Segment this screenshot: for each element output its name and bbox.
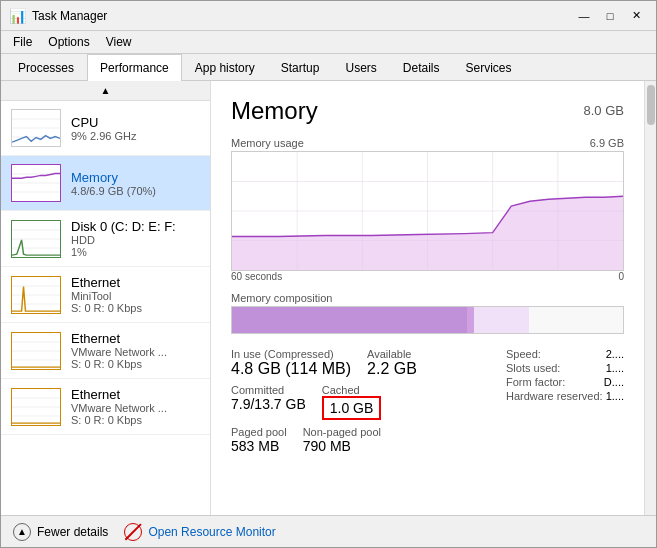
memory-thumb bbox=[11, 164, 61, 202]
disk-thumb bbox=[11, 220, 61, 258]
cached-label: Cached bbox=[322, 384, 382, 396]
sidebar-scroll-up[interactable]: ▲ bbox=[1, 81, 210, 101]
sidebar-item-disk[interactable]: Disk 0 (C: D: E: F: HDD 1% bbox=[1, 211, 210, 267]
ethernet1-thumb bbox=[11, 276, 61, 314]
in-use-col-label: In use (Compressed) bbox=[231, 348, 351, 360]
sidebar-item-memory[interactable]: Memory 4.8/6.9 GB (70%) bbox=[1, 156, 210, 211]
hw-reserved-value: 1.... bbox=[606, 390, 624, 402]
disk-subtitle: HDD bbox=[71, 234, 200, 246]
cached-value: 1.0 GB bbox=[330, 400, 374, 416]
chart-label: Memory usage bbox=[231, 137, 304, 149]
hw-reserved-label: Hardware reserved: bbox=[506, 390, 603, 402]
ethernet1-subtitle2: S: 0 R: 0 Kbps bbox=[71, 302, 200, 314]
non-paged-value: 790 MB bbox=[303, 438, 381, 454]
slots-label: Slots used: bbox=[506, 362, 560, 374]
comp-standby bbox=[474, 307, 529, 333]
speed-label: Speed: bbox=[506, 348, 541, 360]
panel-capacity: 8.0 GB bbox=[584, 103, 624, 118]
slots-row: Slots used: 1.... bbox=[506, 362, 624, 374]
ethernet1-title: Ethernet bbox=[71, 275, 200, 290]
app-icon: 📊 bbox=[9, 8, 26, 24]
title-bar-controls: — □ ✕ bbox=[572, 6, 648, 26]
paged-col: Paged pool 583 MB bbox=[231, 426, 287, 454]
title-bar: 📊 Task Manager — □ ✕ bbox=[1, 1, 656, 31]
sidebar-item-cpu[interactable]: CPU 9% 2.96 GHz bbox=[1, 101, 210, 156]
window-title: Task Manager bbox=[32, 9, 107, 23]
scroll-thumb[interactable] bbox=[647, 85, 655, 125]
disk-title: Disk 0 (C: D: E: F: bbox=[71, 219, 200, 234]
comp-free bbox=[529, 307, 623, 333]
form-label: Form factor: bbox=[506, 376, 565, 388]
menu-options[interactable]: Options bbox=[40, 33, 97, 51]
memory-usage-chart bbox=[231, 151, 624, 271]
chart-label-row: Memory usage 6.9 GB bbox=[231, 137, 624, 149]
slots-value: 1.... bbox=[606, 362, 624, 374]
composition-label: Memory composition bbox=[231, 292, 624, 304]
fewer-details-label: Fewer details bbox=[37, 525, 108, 539]
available-label: Available bbox=[367, 348, 417, 360]
comp-modified bbox=[467, 307, 475, 333]
memory-usage-chart-section: Memory usage 6.9 GB bbox=[231, 137, 624, 282]
open-resource-monitor-button[interactable]: Open Resource Monitor bbox=[124, 523, 275, 541]
ethernet2-info: Ethernet VMware Network ... S: 0 R: 0 Kb… bbox=[71, 331, 200, 370]
task-manager-window: 📊 Task Manager — □ ✕ File Options View P… bbox=[0, 0, 657, 548]
sidebar-item-ethernet2[interactable]: Ethernet VMware Network ... S: 0 R: 0 Kb… bbox=[1, 323, 210, 379]
memory-info: Memory 4.8/6.9 GB (70%) bbox=[71, 170, 200, 197]
menu-bar: File Options View bbox=[1, 31, 656, 54]
speed-row: Speed: 2.... bbox=[506, 348, 624, 360]
resource-monitor-icon bbox=[124, 523, 142, 541]
cpu-info: CPU 9% 2.96 GHz bbox=[71, 115, 200, 142]
paged-value: 583 MB bbox=[231, 438, 287, 454]
in-use-col: In use (Compressed) 4.8 GB (114 MB) bbox=[231, 348, 351, 378]
tab-processes[interactable]: Processes bbox=[5, 54, 87, 81]
ethernet3-subtitle: VMware Network ... bbox=[71, 402, 200, 414]
sidebar-item-ethernet1[interactable]: Ethernet MiniTool S: 0 R: 0 Kbps bbox=[1, 267, 210, 323]
right-panel: Memory 8.0 GB Memory usage 6.9 GB bbox=[211, 81, 644, 515]
fewer-details-button[interactable]: ▲ Fewer details bbox=[13, 523, 108, 541]
committed-col: Committed 7.9/13.7 GB bbox=[231, 384, 306, 420]
paged-nonpaged-row: Paged pool 583 MB Non-paged pool 790 MB bbox=[231, 426, 494, 454]
stats-left: In use (Compressed) 4.8 GB (114 MB) In u… bbox=[231, 348, 494, 454]
disk-info: Disk 0 (C: D: E: F: HDD 1% bbox=[71, 219, 200, 258]
ethernet3-title: Ethernet bbox=[71, 387, 200, 402]
menu-file[interactable]: File bbox=[5, 33, 40, 51]
memory-subtitle: 4.8/6.9 GB (70%) bbox=[71, 185, 200, 197]
cpu-thumb bbox=[11, 109, 61, 147]
tab-details[interactable]: Details bbox=[390, 54, 453, 81]
maximize-button[interactable]: □ bbox=[598, 6, 622, 26]
available-col: Available 2.2 GB bbox=[367, 348, 417, 378]
tab-users[interactable]: Users bbox=[332, 54, 389, 81]
fewer-details-icon: ▲ bbox=[13, 523, 31, 541]
time-end-label: 0 bbox=[618, 271, 624, 282]
minimize-button[interactable]: — bbox=[572, 6, 596, 26]
committed-value: 7.9/13.7 GB bbox=[231, 396, 306, 412]
close-button[interactable]: ✕ bbox=[624, 6, 648, 26]
right-scrollbar[interactable] bbox=[644, 81, 656, 515]
in-use-col-value: 4.8 GB (114 MB) bbox=[231, 360, 351, 378]
tab-services[interactable]: Services bbox=[453, 54, 525, 81]
ethernet2-title: Ethernet bbox=[71, 331, 200, 346]
cached-col: Cached 1.0 GB bbox=[322, 384, 382, 420]
speed-value: 2.... bbox=[606, 348, 624, 360]
main-content: ▲ CPU 9% 2.96 GHz bbox=[1, 81, 656, 515]
cpu-subtitle: 9% 2.96 GHz bbox=[71, 130, 200, 142]
panel-header: Memory 8.0 GB bbox=[231, 97, 624, 125]
hw-reserved-row: Hardware reserved: 1.... bbox=[506, 390, 624, 402]
stats-container: In use (Compressed) 4.8 GB (114 MB) In u… bbox=[231, 348, 624, 454]
non-paged-label: Non-paged pool bbox=[303, 426, 381, 438]
tab-startup[interactable]: Startup bbox=[268, 54, 333, 81]
ethernet3-info: Ethernet VMware Network ... S: 0 R: 0 Kb… bbox=[71, 387, 200, 426]
disk-subtitle2: 1% bbox=[71, 246, 200, 258]
tab-app-history[interactable]: App history bbox=[182, 54, 268, 81]
menu-view[interactable]: View bbox=[98, 33, 140, 51]
open-resource-monitor-link[interactable]: Open Resource Monitor bbox=[148, 525, 275, 539]
committed-label: Committed bbox=[231, 384, 306, 396]
composition-chart bbox=[231, 306, 624, 334]
chart-value: 6.9 GB bbox=[590, 137, 624, 149]
ethernet3-subtitle2: S: 0 R: 0 Kbps bbox=[71, 414, 200, 426]
sidebar-item-ethernet3[interactable]: Ethernet VMware Network ... S: 0 R: 0 Kb… bbox=[1, 379, 210, 435]
ethernet2-thumb bbox=[11, 332, 61, 370]
panel-title: Memory bbox=[231, 97, 318, 125]
tab-performance[interactable]: Performance bbox=[87, 54, 182, 81]
stats-right: Speed: 2.... Slots used: 1.... Form fact… bbox=[494, 348, 624, 454]
